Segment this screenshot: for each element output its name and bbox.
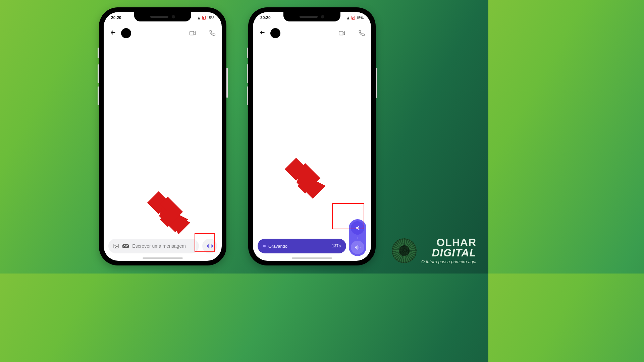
image-picker-button[interactable] (113, 243, 119, 249)
signal-icon (198, 16, 200, 19)
avatar[interactable] (121, 28, 131, 38)
battery-icon (352, 16, 355, 20)
video-call-button[interactable] (189, 29, 196, 37)
volume-button (98, 86, 99, 105)
chat-header (253, 24, 371, 42)
message-placeholder: Escrever uma mensagem (132, 243, 186, 249)
phone-call-button[interactable] (358, 30, 365, 37)
front-camera (321, 15, 324, 18)
battery-pct: 15% (207, 16, 214, 20)
back-button[interactable] (259, 29, 266, 38)
battery-pct: 15% (356, 16, 364, 20)
back-button[interactable] (110, 29, 116, 38)
volume-button (247, 48, 248, 58)
svg-rect-1 (114, 244, 118, 248)
home-indicator[interactable] (292, 257, 332, 259)
video-call-button[interactable] (338, 29, 345, 37)
recording-label: Gravando (268, 244, 329, 249)
front-camera (172, 15, 175, 18)
brand-name-line2: DIGITAL (432, 247, 476, 259)
recording-dot-icon (263, 245, 266, 247)
image-icon (113, 243, 119, 249)
arrow-left-icon (110, 29, 116, 36)
recording-duration: 137s (332, 244, 341, 248)
volume-button (98, 64, 99, 83)
brand-watermark: OLHAR DIGITAL O futuro passa primeiro aq… (392, 237, 476, 264)
power-button (226, 68, 228, 98)
status-time: 20:20 (260, 15, 271, 20)
video-icon (338, 29, 345, 37)
volume-button (247, 64, 248, 83)
home-indicator[interactable] (143, 257, 183, 259)
speaker-grille (150, 16, 168, 18)
voice-wave-icon (354, 244, 361, 251)
power-button (376, 68, 377, 98)
gif-picker-button[interactable]: GIF (122, 244, 129, 248)
avatar[interactable] (270, 28, 280, 38)
phone-icon (209, 30, 216, 37)
message-input[interactable]: GIF Escrever uma mensagem (108, 239, 199, 253)
voice-record-button[interactable] (351, 241, 364, 254)
status-time: 20:20 (111, 15, 121, 20)
volume-button (98, 48, 99, 58)
swipe-up-hint-icon: ↑ (357, 237, 359, 239)
phone-icon (358, 30, 365, 37)
svg-rect-0 (190, 32, 194, 35)
chat-header (104, 24, 222, 42)
phone-call-button[interactable] (209, 30, 216, 37)
recording-pill[interactable]: Gravando 137s (258, 239, 346, 253)
signal-icon (347, 16, 349, 19)
arrow-left-icon (259, 29, 266, 36)
svg-rect-8 (339, 32, 343, 35)
battery-icon (202, 16, 206, 20)
annotation-arrow (141, 185, 195, 239)
brand-logo-icon (392, 238, 417, 263)
brand-tagline: O futuro passa primeiro aqui (421, 259, 476, 264)
volume-button (247, 86, 248, 105)
notch (134, 12, 191, 21)
annotation-arrow (278, 152, 332, 205)
svg-point-2 (115, 245, 116, 246)
video-icon (189, 29, 196, 37)
annotation-highlight (195, 233, 215, 252)
speaker-grille (300, 16, 318, 18)
notch (283, 12, 340, 21)
annotation-highlight (332, 203, 364, 229)
